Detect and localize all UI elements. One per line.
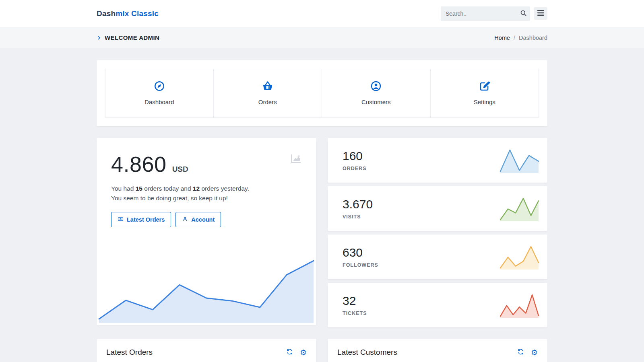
brand-rest: mix Classic xyxy=(116,9,159,18)
breadcrumb-home-link[interactable]: Home xyxy=(494,35,510,41)
orders-yesterday-count: 12 xyxy=(193,185,200,192)
search-input[interactable] xyxy=(441,10,516,17)
tile-settings[interactable]: Settings xyxy=(431,69,539,118)
orders-today-count: 15 xyxy=(136,185,142,192)
quick-nav-card: Dashboard Orders Customers Settings xyxy=(97,60,547,126)
compass-icon xyxy=(153,80,165,92)
search-icon xyxy=(520,10,527,18)
user-circle-icon xyxy=(370,80,382,92)
visits-sparkline xyxy=(500,196,539,221)
earnings-chart xyxy=(99,255,314,323)
earnings-message: You had 15 orders today and 12 orders ye… xyxy=(111,184,258,203)
stat-card-followers: 630 FOLLOWERS xyxy=(328,234,547,279)
stat-label: ORDERS xyxy=(343,166,366,171)
menu-button[interactable] xyxy=(534,7,547,20)
earnings-card: 4.860 USD You had 15 orders today and 12… xyxy=(97,138,316,325)
tile-customers[interactable]: Customers xyxy=(322,69,431,118)
breadcrumb-separator: / xyxy=(514,35,515,41)
page-title-wrap: WELCOME ADMIN xyxy=(97,34,159,41)
chevron-right-icon xyxy=(97,35,101,40)
stat-label: TICKETS xyxy=(343,311,367,316)
stat-label: FOLLOWERS xyxy=(343,262,378,268)
shopping-basket-icon xyxy=(262,80,274,92)
edit-icon xyxy=(479,80,491,92)
tile-label: Customers xyxy=(322,99,430,105)
account-button[interactable]: Account xyxy=(175,212,221,227)
latest-orders-panel: Latest Orders ⚙ xyxy=(97,339,316,362)
earnings-amount: 4.860 xyxy=(111,152,167,177)
tickets-sparkline xyxy=(500,293,539,318)
latest-customers-panel: Latest Customers ⚙ xyxy=(328,339,547,362)
page-title: WELCOME ADMIN xyxy=(105,34,159,41)
stat-value: 32 xyxy=(343,294,367,308)
search-box xyxy=(441,6,530,21)
tile-label: Settings xyxy=(431,99,539,105)
stat-value: 160 xyxy=(343,149,366,163)
orders-sparkline xyxy=(500,148,539,173)
refresh-button[interactable] xyxy=(517,348,524,356)
earnings-amount-row: 4.860 USD xyxy=(111,152,302,177)
stat-card-orders: 160 ORDERS xyxy=(328,138,547,183)
refresh-icon xyxy=(517,348,524,356)
refresh-icon xyxy=(286,348,293,356)
page-header: WELCOME ADMIN Home / Dashboard xyxy=(0,27,644,48)
tile-label: Orders xyxy=(214,99,322,105)
chart-area-icon xyxy=(290,152,302,166)
gear-icon: ⚙ xyxy=(300,349,307,356)
tile-dashboard[interactable]: Dashboard xyxy=(105,69,214,118)
latest-orders-button[interactable]: Latest Orders xyxy=(111,212,171,227)
panel-title: Latest Orders xyxy=(106,348,153,357)
gear-icon: ⚙ xyxy=(531,349,538,356)
user-icon xyxy=(182,216,188,223)
hamburger-icon xyxy=(537,10,544,17)
settings-button[interactable]: ⚙ xyxy=(300,349,307,356)
refresh-button[interactable] xyxy=(286,348,293,356)
panel-title: Latest Customers xyxy=(337,348,397,357)
stat-value: 630 xyxy=(343,246,378,259)
followers-sparkline xyxy=(500,245,539,269)
search-button[interactable] xyxy=(516,6,530,21)
settings-button[interactable]: ⚙ xyxy=(531,349,538,356)
breadcrumb-current: Dashboard xyxy=(519,35,547,41)
stat-card-visits: 3.670 VISITS xyxy=(328,186,547,231)
stat-card-tickets: 32 TICKETS xyxy=(328,283,547,327)
top-bar: Dashmix Classic xyxy=(0,0,644,27)
brand-bold: Dash xyxy=(97,9,116,18)
breadcrumb: Home / Dashboard xyxy=(494,35,547,41)
brand-logo[interactable]: Dashmix Classic xyxy=(97,9,159,18)
tile-label: Dashboard xyxy=(105,99,213,105)
tile-orders[interactable]: Orders xyxy=(214,69,322,118)
stat-label: VISITS xyxy=(343,214,373,220)
wallet-icon xyxy=(118,216,124,223)
earnings-currency: USD xyxy=(172,165,188,174)
stat-value: 3.670 xyxy=(343,197,373,211)
